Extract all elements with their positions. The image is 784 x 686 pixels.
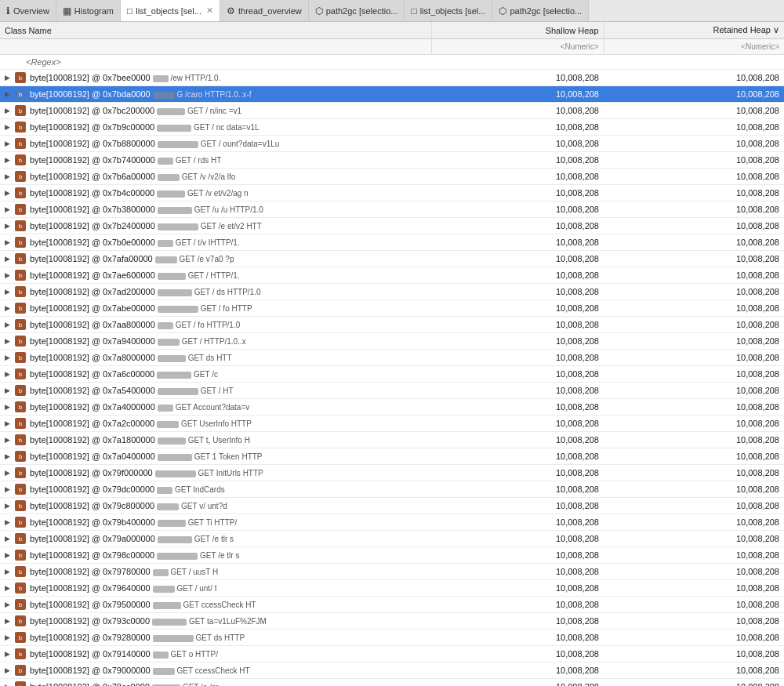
expand-arrow[interactable]: ▶ xyxy=(5,354,13,361)
table-row[interactable]: ▶bbyte[10008192] @ 0x79780000 GET / uusT… xyxy=(0,564,784,580)
expand-arrow[interactable]: ▶ xyxy=(5,255,13,263)
table-row[interactable]: ▶bbyte[10008192] @ 0x7abe00000 GET / fo … xyxy=(0,300,784,317)
cell-shallow: 10,008,208 xyxy=(431,284,604,300)
tab-list_objects2[interactable]: □list_objects [sel... xyxy=(405,0,492,21)
class-name-text: byte[10008192] @ 0x7a2c00000 GET UserInf… xyxy=(30,419,252,428)
tab-path2gc1[interactable]: ⬡path2gc [selectio... xyxy=(309,0,405,21)
table-row[interactable]: ▶bbyte[10008192] @ 0x7b4c00000 GET /v et… xyxy=(0,185,784,201)
expand-arrow[interactable]: ▶ xyxy=(5,205,13,213)
table-container[interactable]: Class Name Shallow Heap Retained Heap ∨ … xyxy=(0,22,784,686)
table-row[interactable]: ▶bbyte[10008192] @ 0x79000000 GET ccessC… xyxy=(0,662,784,679)
expand-arrow[interactable]: ▶ xyxy=(5,123,13,131)
expand-arrow[interactable]: ▶ xyxy=(5,633,13,641)
table-row[interactable]: ▶bbyte[10008192] @ 0x79140000 GET o HTTP… xyxy=(0,646,784,662)
table-row[interactable]: ▶bbyte[10008192] @ 0x79dc00000 GET IndCa… xyxy=(0,481,784,498)
expand-arrow[interactable]: ▶ xyxy=(5,403,13,411)
cell-retained: 10,008,208 xyxy=(604,564,784,580)
blurred-detail xyxy=(157,125,191,132)
table-row[interactable]: ▶bbyte[10008192] @ 0x798c00000 GET /e tl… xyxy=(0,547,784,564)
table-row[interactable]: ▶bbyte[10008192] @ 0x79b400000 GET Ti HT… xyxy=(0,514,784,531)
cell-shallow: 10,008,208 xyxy=(431,580,604,597)
table-row[interactable]: ▶bbyte[10008192] @ 0x7b2400000 GET /e et… xyxy=(0,218,784,234)
expand-arrow[interactable]: ▶ xyxy=(5,666,13,674)
table-row[interactable]: ▶bbyte[10008192] @ 0x79f000000 GET InitU… xyxy=(0,465,784,481)
column-header-retained[interactable]: Retained Heap ∨ xyxy=(604,22,784,39)
table-row[interactable]: ▶bbyte[10008192] @ 0x7b8800000 GET / oun… xyxy=(0,136,784,152)
table-row[interactable]: ▶bbyte[10008192] @ 0x7b9c00000 GET / nc … xyxy=(0,119,784,136)
tab-histogram[interactable]: ▦Histogram xyxy=(56,0,121,21)
expand-arrow[interactable]: ▶ xyxy=(5,337,13,345)
expand-arrow[interactable]: ▶ xyxy=(5,271,13,279)
table-row[interactable]: ▶bbyte[10008192] @ 0x7bee0000 /ew HTTP/1… xyxy=(0,70,784,86)
table-row[interactable]: ▶bbyte[10008192] @ 0x7a4000000 GET Accou… xyxy=(0,399,784,416)
expand-arrow[interactable]: ▶ xyxy=(5,419,13,427)
expand-arrow[interactable]: ▶ xyxy=(5,156,13,164)
expand-arrow[interactable]: ▶ xyxy=(5,683,13,686)
table-row[interactable]: ▶bbyte[10008192] @ 0x7b7400000 GET / rds… xyxy=(0,152,784,169)
expand-arrow[interactable]: ▶ xyxy=(5,304,13,312)
table-row[interactable]: ▶bbyte[10008192] @ 0x7a1800000 GET t, Us… xyxy=(0,432,784,448)
table-row[interactable]: ▶bbyte[10008192] @ 0x7a8000000 GET ds HT… xyxy=(0,350,784,366)
table-row[interactable]: ▶bbyte[10008192] @ 0x79a000000 GET /e tl… xyxy=(0,531,784,547)
expand-arrow[interactable]: ▶ xyxy=(5,568,13,575)
table-row[interactable]: ▶bbyte[10008192] @ 0x78ec0000 GET /e /ar… xyxy=(0,679,784,687)
tab-list_objects1[interactable]: □list_objects [sel...✕ xyxy=(121,0,220,22)
expand-arrow[interactable]: ▶ xyxy=(5,238,13,246)
expand-arrow[interactable]: ▶ xyxy=(5,189,13,197)
expand-arrow[interactable]: ▶ xyxy=(5,370,13,378)
table-row[interactable]: ▶bbyte[10008192] @ 0x7ad200000 GET / ds … xyxy=(0,284,784,300)
expand-arrow[interactable]: ▶ xyxy=(5,518,13,526)
column-header-shallow[interactable]: Shallow Heap xyxy=(431,22,604,39)
app-window: ℹOverview▦Histogram□list_objects [sel...… xyxy=(0,0,784,686)
tab-path2gc2[interactable]: ⬡path2gc [selectio... xyxy=(492,0,589,21)
column-header-name[interactable]: Class Name xyxy=(0,22,431,39)
table-row[interactable]: ▶bbyte[10008192] @ 0x7aa800000 GET / fo … xyxy=(0,317,784,333)
table-row[interactable]: ▶bbyte[10008192] @ 0x793c0000 GET ta=v1L… xyxy=(0,613,784,630)
table-row[interactable]: ▶bbyte[10008192] @ 0x7a9400000 GET / HTT… xyxy=(0,333,784,350)
expand-arrow[interactable]: ▶ xyxy=(5,551,13,559)
expand-arrow[interactable]: ▶ xyxy=(5,90,13,98)
table-row[interactable]: ▶bbyte[10008192] @ 0x7b6a00000 GET /v /v… xyxy=(0,169,784,185)
table-row[interactable]: ▶bbyte[10008192] @ 0x79280000 GET ds HTT… xyxy=(0,630,784,646)
expand-arrow[interactable]: ▶ xyxy=(5,140,13,147)
table-row[interactable]: ▶bbyte[10008192] @ 0x7b3800000 GET /u /u… xyxy=(0,201,784,218)
expand-arrow[interactable]: ▶ xyxy=(5,469,13,477)
tab-thread_overview[interactable]: ⚙thread_overview xyxy=(220,0,309,21)
table-row[interactable]: ▶bbyte[10008192] @ 0x7afa00000 GET /e v7… xyxy=(0,251,784,267)
expand-arrow[interactable]: ▶ xyxy=(5,485,13,493)
table-row[interactable]: ▶bbyte[10008192] @ 0x7a5400000 GET / HT1… xyxy=(0,383,784,399)
tab-overview[interactable]: ℹOverview xyxy=(0,0,56,21)
table-row[interactable]: ▶bbyte[10008192] @ 0x79500000 GET ccessC… xyxy=(0,597,784,613)
expand-arrow[interactable]: ▶ xyxy=(5,107,13,114)
expand-arrow[interactable]: ▶ xyxy=(5,387,13,394)
cell-shallow: 10,008,208 xyxy=(431,119,604,136)
expand-arrow[interactable]: ▶ xyxy=(5,502,13,510)
expand-arrow[interactable]: ▶ xyxy=(5,452,13,460)
table-row[interactable]: ▶bbyte[10008192] @ 0x79640000 GET / unt/… xyxy=(0,580,784,597)
table-row[interactable]: ▶bbyte[10008192] @ 0x79c800000 GET v/ un… xyxy=(0,498,784,514)
expand-arrow[interactable]: ▶ xyxy=(5,601,13,608)
expand-arrow[interactable]: ▶ xyxy=(5,617,13,625)
table-row[interactable]: ▶bbyte[10008192] @ 0x7ae600000 GET / HTT… xyxy=(0,267,784,284)
expand-arrow[interactable]: ▶ xyxy=(5,535,13,543)
expand-arrow[interactable]: ▶ xyxy=(5,321,13,328)
table-row[interactable]: ▶bbyte[10008192] @ 0x7a0400000 GET 1 Tok… xyxy=(0,448,784,465)
table-row[interactable]: ▶bbyte[10008192] @ 0x7bc200000 GET / n/i… xyxy=(0,103,784,119)
blurred-detail xyxy=(155,470,196,477)
table-row[interactable]: ▶bbyte[10008192] @ 0x7b0e00000 GET / t/v… xyxy=(0,234,784,251)
tab-close-list_objects1[interactable]: ✕ xyxy=(206,5,213,16)
expand-arrow[interactable]: ▶ xyxy=(5,650,13,658)
table-row[interactable]: ▶bbyte[10008192] @ 0x7a6c00000 GET /c 10… xyxy=(0,366,784,383)
expand-arrow[interactable]: ▶ xyxy=(5,584,13,592)
table-row[interactable]: ▶bbyte[10008192] @ 0x7bda0000 G /caro HT… xyxy=(0,86,784,103)
row-type-icon: b xyxy=(15,319,26,330)
blurred-detail xyxy=(158,158,173,165)
row-type-icon: b xyxy=(15,632,26,643)
expand-arrow[interactable]: ▶ xyxy=(5,436,13,444)
expand-arrow[interactable]: ▶ xyxy=(5,222,13,230)
tab-label-list_objects1: list_objects [sel... xyxy=(136,6,201,16)
expand-arrow[interactable]: ▶ xyxy=(5,288,13,296)
expand-arrow[interactable]: ▶ xyxy=(5,74,13,82)
expand-arrow[interactable]: ▶ xyxy=(5,172,13,180)
table-row[interactable]: ▶bbyte[10008192] @ 0x7a2c00000 GET UserI… xyxy=(0,416,784,432)
